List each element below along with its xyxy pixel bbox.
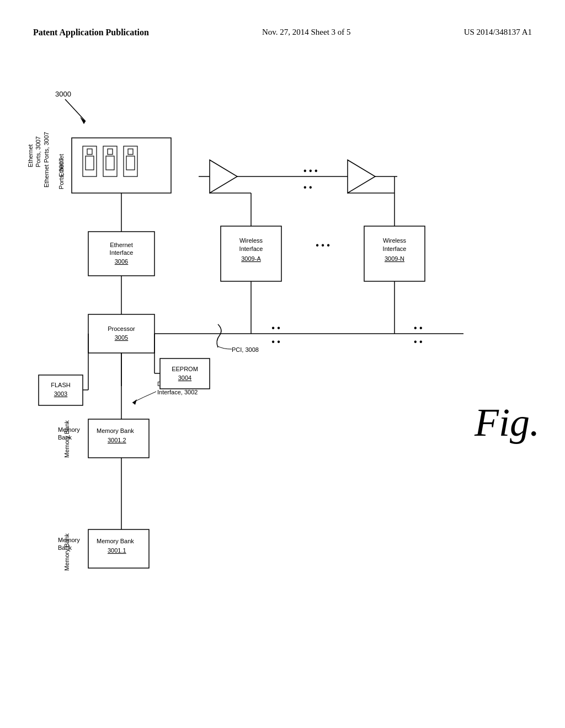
pci-label: PCI, 3008 <box>232 346 259 353</box>
pci-dots-bottom: • • <box>271 337 280 346</box>
diagram-svg: 3000 Ethernet Ports, 3007 Ethernet Ports… <box>22 77 546 711</box>
svg-rect-29 <box>221 226 281 281</box>
wireless-a-text1: Wireless <box>239 237 263 244</box>
wireless-a-text3: 3009-A <box>241 255 261 262</box>
ethernet-interface-text1: Ethernet <box>110 242 133 248</box>
memory-bank1-text1: Memory Bank <box>97 538 134 544</box>
svg-rect-25 <box>160 358 210 389</box>
ethernet-interface-text3: 3006 <box>115 258 128 265</box>
wireless-a-text2: Interface <box>239 245 263 252</box>
memory-bank2-text1: Memory Bank <box>97 427 134 434</box>
flash-text2: 3003 <box>54 390 67 397</box>
wireless-n-text2: Interface <box>383 245 407 252</box>
flash-text1: FLASH <box>51 382 71 388</box>
svg-marker-35 <box>348 160 375 193</box>
label-3000: 3000 <box>55 90 71 98</box>
publication-date-sheet: Nov. 27, 2014 Sheet 3 of 5 <box>262 28 351 37</box>
svg-line-0 <box>65 99 86 121</box>
wireless-n-text1: Wireless <box>383 237 407 244</box>
ethernet-ports-text: Ethernet Ports, 3007 <box>43 132 50 188</box>
ethernet-ports-vertical-label: EthernetPorts, 3007 <box>26 136 42 169</box>
memory-bank2-side-label: MemoryBank <box>58 426 80 442</box>
publication-number: US 2014/348137 A1 <box>464 28 532 37</box>
memory-bank1-side-label: MemoryBank <box>58 536 80 552</box>
svg-marker-33 <box>210 160 237 193</box>
processor-text2: 3005 <box>115 334 128 341</box>
pci-right-dots-top: • • <box>414 323 423 333</box>
publication-title: Patent Application Publication <box>33 28 149 38</box>
fig-label: Fig. 3 <box>474 400 546 445</box>
wireless-dots: • • • <box>316 240 330 250</box>
antenna-dots-top: • • • <box>303 166 318 175</box>
svg-rect-15 <box>88 314 154 353</box>
svg-rect-4 <box>86 156 94 170</box>
page-header: Patent Application Publication Nov. 27, … <box>0 28 565 38</box>
svg-rect-8 <box>108 149 113 154</box>
memory-bank2-text2: 3001.2 <box>108 437 126 443</box>
eeprom-text2: 3004 <box>178 374 191 381</box>
ethernet-interface-text2: Interface <box>110 249 134 256</box>
svg-rect-31 <box>364 226 425 281</box>
wireless-n-text3: 3009-N <box>385 255 404 262</box>
eeprom-text1: EEPROM <box>172 366 198 372</box>
svg-rect-5 <box>87 149 92 154</box>
processor-text1: Processor <box>108 325 135 332</box>
pci-dots-top: • • <box>271 323 280 333</box>
ethernet-ports-label2: Ports, 3007 <box>58 158 65 189</box>
pci-right-dots-bottom: • • <box>414 337 423 346</box>
svg-rect-7 <box>106 156 114 170</box>
memory-bank1-text2: 3001.1 <box>108 547 126 554</box>
svg-rect-11 <box>128 149 133 154</box>
dram-label2: Interface, 3002 <box>157 389 198 395</box>
antenna-dots-bottom: • • <box>303 183 312 192</box>
svg-rect-10 <box>126 156 135 170</box>
